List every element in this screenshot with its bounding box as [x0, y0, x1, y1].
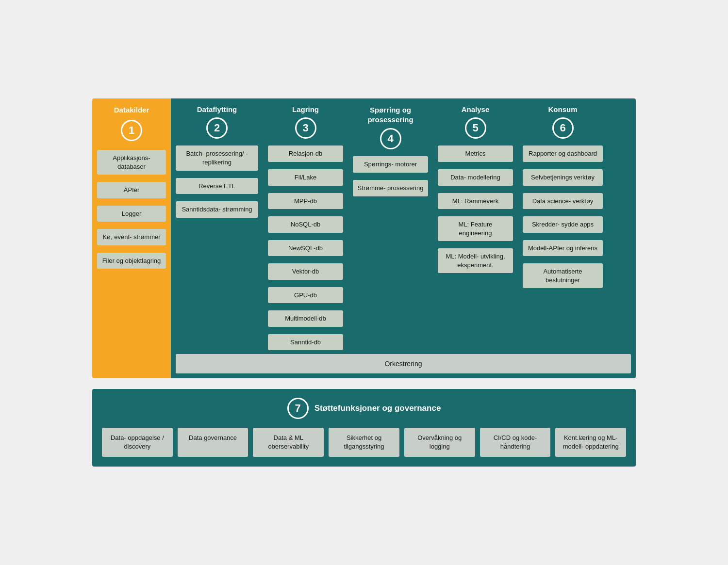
- list-item: Strømme- prosessering: [353, 180, 428, 196]
- list-item: NewSQL-db: [268, 240, 343, 257]
- list-item: Vektor-db: [268, 263, 343, 280]
- list-item: Kø, event- strømmer: [97, 229, 166, 245]
- list-item: Multimodell-db: [268, 310, 343, 327]
- list-item: ML: Rammeverk: [438, 193, 513, 210]
- orchestration-bar: Orkestrering: [176, 354, 631, 373]
- list-item: ML: Feature engineering: [438, 216, 513, 241]
- bottom-section: 7 Støttefunksjoner og governance Data- o…: [92, 389, 636, 466]
- column-konsum: Konsum 6 Rapporter og dashboardSelvbetje…: [518, 98, 608, 354]
- col4-header: Spørring ogprosessering: [353, 105, 428, 124]
- col2-number: 2: [206, 117, 228, 139]
- list-item: Data- oppdagelse / discovery: [102, 428, 173, 456]
- col1-header: Datakilder: [97, 105, 166, 115]
- col2-cards-area: Batch- prosessering/ -replikeringReverse…: [176, 145, 258, 221]
- column-datakilder: Datakilder 1 Applikasjons- databaserAPIe…: [92, 98, 171, 378]
- list-item: Selvbetjenings verktøy: [523, 169, 603, 186]
- teal-section: Dataflytting 2 Batch- prosessering/ -rep…: [171, 98, 636, 378]
- list-item: Overvåkning og logging: [404, 428, 475, 456]
- list-item: Automatiserte beslutninger: [523, 263, 603, 288]
- list-item: Reverse ETL: [176, 178, 258, 194]
- col3-cards-area: Relasjon-dbFil/LakeMPP-dbNoSQL-dbNewSQL-…: [268, 145, 343, 354]
- column-sporring: Spørring ogprosessering 4 Spørrings- mot…: [348, 98, 433, 354]
- list-item: GPU-db: [268, 287, 343, 304]
- col6-header: Konsum: [523, 105, 603, 113]
- list-item: Fil/Lake: [268, 169, 343, 186]
- list-item: Relasjon-db: [268, 145, 343, 162]
- col5-cards-area: MetricsData- modelleringML: RammeverkML:…: [438, 145, 513, 277]
- col3-header: Lagring: [268, 105, 343, 113]
- list-item: Data & ML oberservability: [253, 428, 324, 456]
- list-item: Sanntid-db: [268, 334, 343, 351]
- col4-number: 4: [380, 128, 401, 149]
- list-item: NoSQL-db: [268, 216, 343, 233]
- list-item: Rapporter og dashboard: [523, 145, 603, 162]
- column-lagring: Lagring 3 Relasjon-dbFil/LakeMPP-dbNoSQL…: [263, 98, 348, 354]
- col5-header: Analyse: [438, 105, 513, 113]
- list-item: Logger: [97, 206, 166, 222]
- list-item: Data- modellering: [438, 169, 513, 186]
- list-item: Batch- prosessering/ -replikering: [176, 145, 258, 170]
- bottom-cards-row: Data- oppdagelse / discoveryData governa…: [102, 428, 626, 456]
- list-item: Modell-APIer og inferens: [523, 240, 603, 257]
- list-item: Data science- verktøy: [523, 193, 603, 210]
- col1-cards-area: Applikasjons- databaserAPIerLoggerKø, ev…: [92, 150, 171, 372]
- col6-number: 6: [552, 117, 574, 139]
- column-dataflytting: Dataflytting 2 Batch- prosessering/ -rep…: [171, 98, 263, 354]
- bottom-number: 7: [287, 398, 309, 419]
- list-item: CI/CD og kode- håndtering: [480, 428, 551, 456]
- list-item: Sikkerhet og tilgangsstyring: [329, 428, 399, 456]
- col1-number: 1: [121, 120, 142, 141]
- list-item: Kont.læring og ML-modell- oppdatering: [555, 428, 626, 456]
- list-item: MPP-db: [268, 193, 343, 210]
- list-item: Data governance: [178, 428, 248, 456]
- list-item: Sanntidsdata- strømming: [176, 201, 258, 218]
- col4-cards-area: Spørrings- motorerStrømme- prosessering: [353, 156, 428, 200]
- col5-number: 5: [465, 117, 486, 139]
- col2-header: Dataflytting: [176, 105, 258, 113]
- col3-number: 3: [295, 117, 316, 139]
- list-item: Skredder- sydde apps: [523, 216, 603, 233]
- column-analyse: Analyse 5 MetricsData- modelleringML: Ra…: [433, 98, 518, 354]
- list-item: Applikasjons- databaser: [97, 150, 166, 175]
- list-item: Spørrings- motorer: [353, 156, 428, 173]
- list-item: Metrics: [438, 145, 513, 162]
- list-item: ML: Modell- utvikling, eksperiment.: [438, 248, 513, 273]
- list-item: Filer og objektlagring: [97, 253, 166, 269]
- list-item: APIer: [97, 182, 166, 198]
- bottom-title: Støttefunksjoner og governance: [314, 404, 441, 413]
- col6-cards-area: Rapporter og dashboardSelvbetjenings ver…: [523, 145, 603, 292]
